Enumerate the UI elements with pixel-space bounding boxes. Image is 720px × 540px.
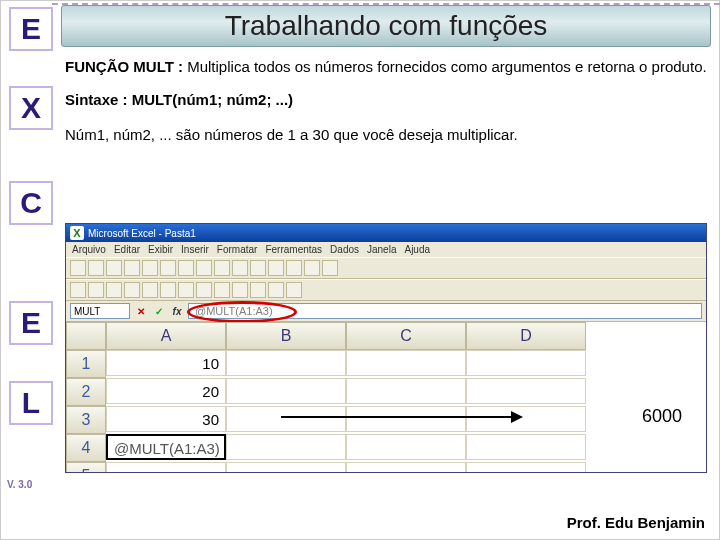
toolbar-button[interactable]	[232, 260, 248, 276]
slide-title: Trabalhando com funções	[225, 10, 548, 42]
side-letter-x: X	[9, 86, 53, 130]
excel-window: X Microsoft Excel - Pasta1 Arquivo Edita…	[65, 223, 707, 473]
menu-inserir[interactable]: Inserir	[181, 244, 209, 255]
toolbar-button[interactable]	[142, 260, 158, 276]
toolbar-button[interactable]	[268, 260, 284, 276]
toolbar-button[interactable]	[250, 260, 266, 276]
cell-d4[interactable]	[466, 434, 586, 460]
toolbar-button[interactable]	[178, 260, 194, 276]
cell-a1[interactable]: 10	[106, 350, 226, 376]
name-box[interactable]: MULT	[70, 303, 130, 319]
cell-c5[interactable]	[346, 462, 466, 473]
select-all-corner[interactable]	[66, 322, 106, 350]
cell-c3[interactable]	[346, 406, 466, 432]
function-name-bold: FUNÇÃO MULT :	[65, 58, 187, 75]
cell-a3[interactable]: 30	[106, 406, 226, 432]
spreadsheet-grid[interactable]: A B C D 1 10 2 20 3 30 4 @MULT(A1:A3) 5	[66, 322, 706, 473]
toolbar-button[interactable]	[196, 282, 212, 298]
author-label: Prof. Edu Benjamin	[567, 514, 705, 531]
formula-input[interactable]: @MULT(A1:A3)	[188, 303, 702, 319]
toolbar-button[interactable]	[88, 282, 104, 298]
toolbar-button[interactable]	[88, 260, 104, 276]
excel-app-icon: X	[70, 226, 84, 240]
cell-a5[interactable]	[106, 462, 226, 473]
toolbar-button[interactable]	[124, 260, 140, 276]
toolbar-button[interactable]	[70, 282, 86, 298]
menu-dados[interactable]: Dados	[330, 244, 359, 255]
side-letter-e1: E	[9, 7, 53, 51]
confirm-icon[interactable]: ✓	[152, 306, 166, 317]
toolbar-button[interactable]	[106, 260, 122, 276]
result-arrow	[281, 416, 521, 418]
menu-janela[interactable]: Janela	[367, 244, 396, 255]
col-header-c[interactable]: C	[346, 322, 466, 350]
syntax-body: MULT(núm1; núm2; ...)	[132, 91, 293, 108]
cell-a4[interactable]: @MULT(A1:A3)	[106, 434, 226, 460]
toolbar-button[interactable]	[160, 260, 176, 276]
cell-d3[interactable]	[466, 406, 586, 432]
menu-editar[interactable]: Editar	[114, 244, 140, 255]
content-area: FUNÇÃO MULT : Multiplica todos os número…	[65, 57, 707, 153]
cell-d2[interactable]	[466, 378, 586, 404]
function-description-text: Multiplica todos os números fornecidos c…	[187, 58, 706, 75]
toolbar-button[interactable]	[286, 282, 302, 298]
menu-ferramentas[interactable]: Ferramentas	[265, 244, 322, 255]
row-header-4[interactable]: 4	[66, 434, 106, 462]
slide: Trabalhando com funções E X C E L V. 3.0…	[0, 0, 720, 540]
col-header-d[interactable]: D	[466, 322, 586, 350]
cell-d5[interactable]	[466, 462, 586, 473]
cell-d1[interactable]	[466, 350, 586, 376]
result-value: 6000	[642, 406, 682, 427]
cell-c1[interactable]	[346, 350, 466, 376]
function-description: FUNÇÃO MULT : Multiplica todos os número…	[65, 57, 707, 77]
toolbar-button[interactable]	[196, 260, 212, 276]
side-letter-e2: E	[9, 301, 53, 345]
version-label: V. 3.0	[7, 479, 32, 490]
cell-a2[interactable]: 20	[106, 378, 226, 404]
formula-value: @MULT(A1:A3)	[195, 305, 273, 317]
cell-c4[interactable]	[346, 434, 466, 460]
excel-toolbar-1	[66, 257, 706, 279]
col-header-b[interactable]: B	[226, 322, 346, 350]
toolbar-button[interactable]	[142, 282, 158, 298]
toolbar-button[interactable]	[268, 282, 284, 298]
side-letter-c: C	[9, 181, 53, 225]
formula-bar: MULT ✕ ✓ fx @MULT(A1:A3)	[66, 301, 706, 322]
row-header-2[interactable]: 2	[66, 378, 106, 406]
toolbar-button[interactable]	[70, 260, 86, 276]
cell-b4[interactable]	[226, 434, 346, 460]
row-header-5[interactable]: 5	[66, 462, 106, 473]
menu-ajuda[interactable]: Ajuda	[404, 244, 430, 255]
cell-c2[interactable]	[346, 378, 466, 404]
cell-b5[interactable]	[226, 462, 346, 473]
toolbar-button[interactable]	[124, 282, 140, 298]
toolbar-button[interactable]	[232, 282, 248, 298]
toolbar-button[interactable]	[106, 282, 122, 298]
toolbar-button[interactable]	[304, 260, 320, 276]
title-bar: Trabalhando com funções	[61, 5, 711, 47]
toolbar-button[interactable]	[214, 260, 230, 276]
side-letter-l: L	[9, 381, 53, 425]
toolbar-button[interactable]	[250, 282, 266, 298]
toolbar-button[interactable]	[178, 282, 194, 298]
col-header-a[interactable]: A	[106, 322, 226, 350]
menu-exibir[interactable]: Exibir	[148, 244, 173, 255]
cancel-icon[interactable]: ✕	[134, 306, 148, 317]
toolbar-button[interactable]	[160, 282, 176, 298]
cell-b1[interactable]	[226, 350, 346, 376]
excel-menu-bar[interactable]: Arquivo Editar Exibir Inserir Formatar F…	[66, 242, 706, 257]
row-header-3[interactable]: 3	[66, 406, 106, 434]
cell-b2[interactable]	[226, 378, 346, 404]
cell-b3[interactable]	[226, 406, 346, 432]
excel-window-title: Microsoft Excel - Pasta1	[88, 228, 196, 239]
toolbar-button[interactable]	[214, 282, 230, 298]
menu-arquivo[interactable]: Arquivo	[72, 244, 106, 255]
fx-icon[interactable]: fx	[170, 306, 184, 317]
toolbar-button[interactable]	[322, 260, 338, 276]
menu-formatar[interactable]: Formatar	[217, 244, 258, 255]
excel-titlebar: X Microsoft Excel - Pasta1	[66, 224, 706, 242]
params-description: Núm1, núm2, ... são números de 1 a 30 qu…	[65, 126, 707, 143]
toolbar-button[interactable]	[286, 260, 302, 276]
syntax-line: Sintaxe : MULT(núm1; núm2; ...)	[65, 91, 707, 108]
row-header-1[interactable]: 1	[66, 350, 106, 378]
